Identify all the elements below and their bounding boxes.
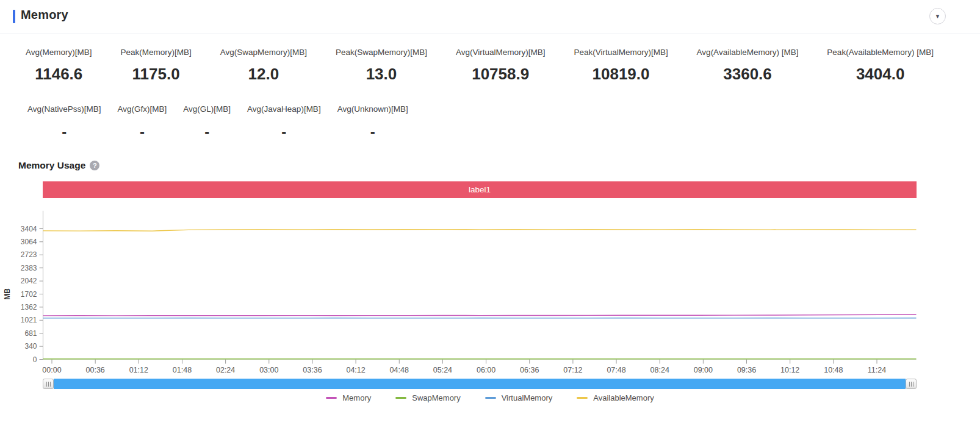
stat-value: 10819.0 [574,65,668,84]
svg-text:08:24: 08:24 [650,366,669,374]
collapse-button[interactable]: ▼ [929,8,946,24]
stat-label: Avg(GL)[MB] [183,104,231,114]
stat-item: Avg(AvailableMemory) [MB]3360.6 [697,48,799,84]
stat-item: Avg(GL)[MB]- [183,104,231,140]
svg-text:2042: 2042 [21,277,37,285]
stat-label: Avg(NativePss)[MB] [27,104,101,114]
stat-label: Avg(Unknown)[MB] [337,104,408,114]
stats-row-primary: Avg(Memory)[MB]1146.6Peak(Memory)[MB]117… [26,48,934,84]
accent-bar [13,10,15,23]
stat-value: - [337,123,408,140]
svg-text:10:48: 10:48 [824,366,843,374]
svg-text:681: 681 [24,329,37,338]
legend-dash-icon [577,397,588,399]
chart-legend: MemorySwapMemoryVirtualMemoryAvailableMe… [0,393,980,402]
memory-panel: Memory ▼ Avg(Memory)[MB]1146.6Peak(Memor… [0,0,980,422]
svg-text:01:48: 01:48 [173,366,192,374]
svg-text:MB: MB [3,288,12,300]
legend-item-memory[interactable]: Memory [326,393,371,402]
svg-text:1021: 1021 [21,316,37,324]
memory-usage-chart[interactable]: 034068110211362170220422383272330643404M… [0,206,980,376]
grip-icon [909,382,913,387]
stat-item: Avg(JavaHeap)[MB]- [247,104,321,140]
chart-section-title: Memory Usage [18,160,85,171]
stat-value: 3404.0 [827,65,934,84]
stat-label: Peak(SwapMemory)[MB] [336,48,427,57]
stat-value: 13.0 [336,65,427,84]
svg-text:340: 340 [24,342,37,351]
stat-item: Avg(NativePss)[MB]- [27,104,101,140]
stat-value: 10758.9 [456,65,546,84]
svg-text:1362: 1362 [21,303,37,311]
legend-dash-icon [326,397,337,399]
stat-item: Avg(Memory)[MB]1146.6 [26,48,92,84]
stat-value: 12.0 [220,65,307,84]
svg-text:04:12: 04:12 [346,366,365,374]
series-line-AvailableMemory [43,230,917,231]
help-icon[interactable]: ? [90,161,99,170]
stat-item: Avg(VirtualMemory)[MB]10758.9 [456,48,546,84]
range-handle-left[interactable] [43,379,54,389]
stat-item: Avg(SwapMemory)[MB]12.0 [220,48,307,84]
legend-dash-icon [485,397,496,399]
svg-text:00:00: 00:00 [42,366,61,374]
legend-label: AvailableMemory [593,393,654,402]
grip-icon [46,382,51,387]
svg-text:0: 0 [33,355,37,364]
svg-text:09:00: 09:00 [694,366,713,374]
stat-value: 1146.6 [26,65,92,84]
legend-label: SwapMemory [412,393,460,402]
svg-text:03:00: 03:00 [259,366,278,374]
stat-item: Peak(VirtualMemory)[MB]10819.0 [574,48,668,84]
stat-label: Avg(VirtualMemory)[MB] [456,48,546,57]
legend-item-virtualmemory[interactable]: VirtualMemory [485,393,553,402]
range-bar[interactable] [54,379,906,389]
stat-value: - [247,123,321,140]
stat-value: - [183,123,231,140]
stat-label: Peak(AvailableMemory) [MB] [827,48,934,57]
svg-text:02:24: 02:24 [216,366,235,374]
svg-text:1702: 1702 [21,290,37,299]
svg-text:06:00: 06:00 [477,366,495,374]
stat-label: Avg(JavaHeap)[MB] [247,104,321,114]
stat-value: 3360.6 [697,65,799,84]
stat-item: Avg(Gfx)[MB]- [118,104,167,140]
stat-label: Avg(SwapMemory)[MB] [220,48,307,57]
chart-annotation-label: label1 [43,181,917,198]
svg-text:2383: 2383 [21,264,37,272]
stats-row-secondary: Avg(NativePss)[MB]-Avg(Gfx)[MB]-Avg(GL)[… [27,104,408,140]
legend-label: VirtualMemory [502,393,553,402]
legend-label: Memory [342,393,371,402]
stat-label: Avg(Gfx)[MB] [118,104,167,114]
stat-value: - [118,123,167,140]
stat-item: Peak(SwapMemory)[MB]13.0 [336,48,427,84]
panel-header: Memory ▼ [0,0,980,34]
svg-text:3404: 3404 [21,225,37,233]
legend-dash-icon [395,397,406,399]
stat-label: Avg(Memory)[MB] [26,48,92,57]
svg-text:04:48: 04:48 [390,366,409,374]
svg-text:03:36: 03:36 [303,366,322,374]
svg-text:07:12: 07:12 [563,366,582,374]
chevron-down-icon: ▼ [935,14,940,20]
svg-text:05:24: 05:24 [433,366,452,374]
stat-label: Peak(Memory)[MB] [120,48,191,57]
stat-value: 1175.0 [120,65,191,84]
stat-value: - [27,123,101,140]
chart-section-header: Memory Usage ? [18,160,99,171]
legend-item-availablememory[interactable]: AvailableMemory [577,393,654,402]
stat-item: Peak(Memory)[MB]1175.0 [120,48,191,84]
svg-text:3064: 3064 [21,238,37,246]
svg-text:10:12: 10:12 [780,366,799,374]
legend-item-swapmemory[interactable]: SwapMemory [395,393,460,402]
chart-range-scrollbar[interactable] [43,379,917,389]
svg-text:07:48: 07:48 [607,366,625,374]
stat-label: Avg(AvailableMemory) [MB] [697,48,799,57]
svg-text:00:36: 00:36 [86,366,105,374]
svg-text:06:36: 06:36 [520,366,539,374]
svg-text:11:24: 11:24 [868,366,886,374]
stat-item: Peak(AvailableMemory) [MB]3404.0 [827,48,934,84]
series-line-Memory [43,315,917,316]
svg-text:09:36: 09:36 [737,366,756,374]
range-handle-right[interactable] [906,379,917,389]
